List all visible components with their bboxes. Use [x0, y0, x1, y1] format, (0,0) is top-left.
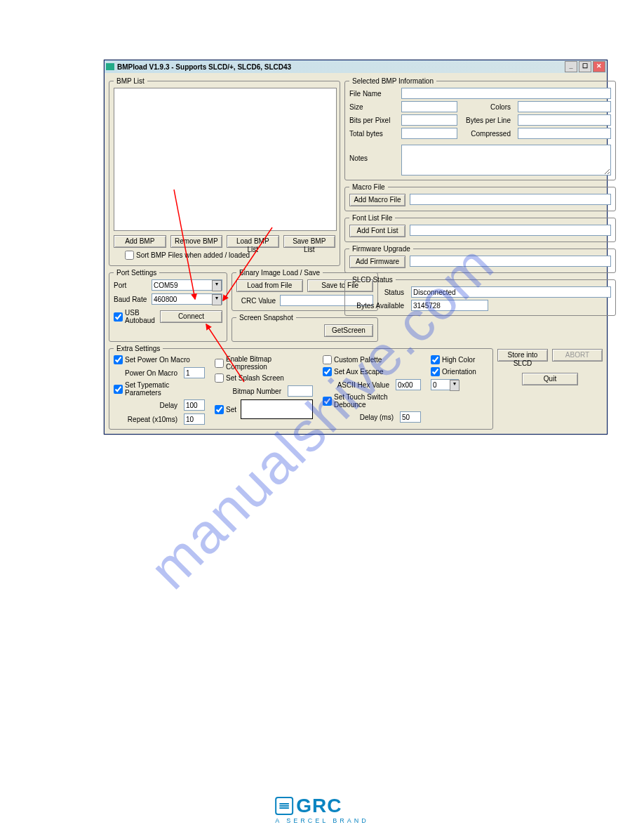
colors-field	[518, 101, 611, 112]
add-firmware-button[interactable]: Add Firmware	[349, 256, 405, 268]
quit-button[interactable]: Quit	[522, 373, 578, 385]
power-macro-input[interactable]	[184, 367, 205, 378]
load-bmp-list-button[interactable]: Load BMP List	[227, 235, 279, 248]
delay-label: Delay	[114, 402, 177, 409]
bpl-field	[518, 114, 611, 126]
compressed-field	[518, 128, 611, 139]
ascii-label: ASCII Hex Value	[323, 381, 389, 389]
power-on-macro-checkbox[interactable]: Set Power On Macro	[114, 355, 205, 364]
notes-field[interactable]	[401, 145, 611, 176]
app-window: BMPload V1.9.3 - Supports SLCD/+, SLCD6,…	[104, 60, 608, 435]
baud-label: Baud Rate	[114, 296, 147, 303]
touch-delay-input[interactable]	[400, 411, 421, 423]
font-legend: Font List File	[349, 214, 395, 222]
add-font-button[interactable]: Add Font List	[349, 225, 405, 237]
touch-delay-label: Delay (ms)	[323, 413, 394, 421]
compressed-label: Compressed	[462, 130, 511, 138]
app-icon	[106, 63, 114, 70]
touch-debounce-checkbox[interactable]: Set Touch Switch Debounce	[323, 393, 421, 409]
status-legend: SLCD Status	[349, 276, 396, 284]
load-from-file-button[interactable]: Load from File	[236, 279, 303, 292]
snapshot-legend: Screen Snapshot	[236, 314, 296, 322]
save-bmp-list-button[interactable]: Save BMP List	[283, 235, 336, 248]
set-preview-box	[241, 399, 313, 419]
store-button[interactable]: Store into SLCD	[497, 349, 548, 362]
typematic-checkbox[interactable]: Set Typematic Parameters	[114, 381, 205, 397]
macro-file-group: Macro File Add Macro File	[344, 183, 616, 211]
aux-escape-checkbox[interactable]: Set Aux Escape	[323, 367, 421, 376]
port-settings-legend: Port Settings	[114, 269, 159, 277]
file-name-label: File Name	[349, 90, 397, 98]
logo-sub: A SERCEL BRAND	[275, 817, 369, 824]
extra-legend: Extra Settings	[114, 345, 163, 352]
size-field	[401, 101, 457, 112]
abort-button[interactable]: ABORT	[552, 349, 603, 362]
bpp-label: Bits per Pixel	[349, 117, 397, 124]
font-file-field[interactable]	[410, 225, 611, 236]
custom-palette-checkbox[interactable]: Custom Palette	[323, 355, 421, 364]
chevron-down-icon[interactable]: ▾	[212, 294, 222, 305]
port-settings-group: Port Settings Port ▾ Baud Rate	[109, 269, 227, 342]
chevron-down-icon[interactable]: ▾	[450, 380, 459, 391]
bpl-label: Bytes per Line	[462, 117, 511, 124]
bitmap-num-label: Bitmap Number	[215, 388, 281, 395]
set-checkbox[interactable]: Set	[215, 405, 236, 414]
high-color-checkbox[interactable]: High Color	[431, 355, 480, 364]
power-macro-label: Power On Macro	[114, 369, 177, 377]
bitmap-num-input[interactable]	[288, 385, 313, 397]
bmp-list-legend: BMP List	[114, 77, 147, 85]
maximize-button[interactable]: ☐	[579, 61, 591, 72]
font-list-group: Font List File Add Font List	[344, 214, 616, 242]
total-label: Total bytes	[349, 130, 397, 138]
chevron-down-icon[interactable]: ▾	[212, 280, 222, 291]
colors-label: Colors	[462, 103, 511, 111]
close-button[interactable]: ✕	[593, 61, 605, 72]
bmp-info-group: Selected BMP Information File Name Size …	[344, 77, 616, 180]
bmp-list-group: BMP List Add BMP Remove BMP Load BMP Lis…	[109, 77, 340, 266]
firmware-file-field[interactable]	[410, 256, 611, 267]
bmp-listbox[interactable]	[114, 88, 337, 231]
firmware-legend: Firmware Upgrade	[349, 245, 413, 253]
binary-image-legend: Binary Image Load / Save	[236, 269, 323, 277]
repeat-input[interactable]	[184, 413, 205, 425]
status-label: Status	[349, 289, 404, 296]
port-label: Port	[114, 282, 147, 289]
ascii-input[interactable]	[396, 379, 421, 390]
minimize-button[interactable]: _	[565, 61, 577, 72]
add-bmp-button[interactable]: Add BMP	[114, 235, 166, 248]
add-macro-button[interactable]: Add Macro File	[349, 194, 405, 206]
firmware-group: Firmware Upgrade Add Firmware	[344, 245, 616, 273]
footer-logo: GRC A SERCEL BRAND	[275, 795, 369, 824]
crc-label: CRC Value	[236, 297, 276, 305]
extra-settings-group: Extra Settings Set Power On Macro Power …	[109, 345, 493, 430]
bpp-field	[401, 114, 457, 126]
compression-checkbox[interactable]: Enable Bitmap Compression	[215, 355, 313, 371]
remove-bmp-button[interactable]: Remove BMP	[170, 235, 223, 248]
file-name-field	[401, 88, 611, 99]
bytes-label: Bytes Available	[349, 302, 404, 310]
total-field	[401, 128, 457, 139]
bytes-field	[411, 300, 488, 311]
macro-file-field[interactable]	[410, 194, 611, 205]
orientation-checkbox[interactable]: Orientation	[431, 367, 480, 376]
window-title: BMPload V1.9.3 - Supports SLCD/+, SLCD6,…	[117, 63, 291, 71]
connect-button[interactable]: Connect	[160, 310, 222, 323]
repeat-label: Repeat (x10ms)	[114, 416, 177, 423]
macro-legend: Macro File	[349, 183, 388, 191]
sort-bmp-checkbox[interactable]: Sort BMP Files when added / loaded	[125, 251, 250, 260]
delay-input[interactable]	[184, 399, 205, 411]
status-field	[411, 286, 611, 298]
waves-icon	[275, 797, 293, 815]
splash-checkbox[interactable]: Set Splash Screen	[215, 373, 313, 383]
slcd-status-group: SLCD Status Status Bytes Available	[344, 276, 616, 316]
logo-brand: GRC	[296, 795, 342, 817]
notes-label: Notes	[349, 145, 397, 162]
usb-autobaud-checkbox[interactable]: USB Autobaud	[114, 309, 156, 324]
size-label: Size	[349, 103, 397, 111]
bmp-info-legend: Selected BMP Information	[349, 77, 436, 85]
titlebar: BMPload V1.9.3 - Supports SLCD/+, SLCD6,…	[105, 60, 607, 73]
